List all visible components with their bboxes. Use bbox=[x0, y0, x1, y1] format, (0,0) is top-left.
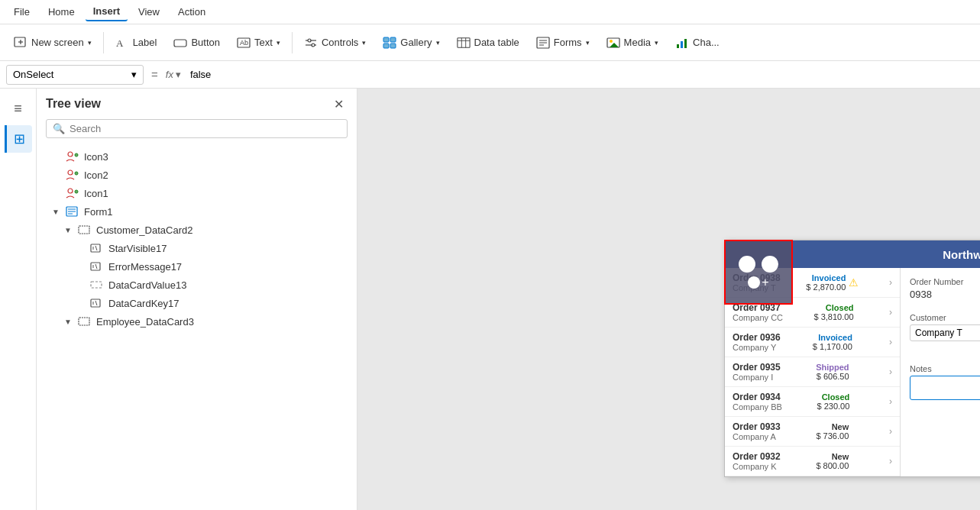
svg-rect-45 bbox=[79, 226, 89, 234]
media-button[interactable]: Media ▾ bbox=[599, 33, 666, 53]
order-row-0935[interactable]: Order 0935 Company I Shipped $ 606.50 › bbox=[725, 357, 900, 387]
data-table-icon bbox=[457, 36, 471, 50]
customer-select[interactable]: Company T ▾ bbox=[910, 324, 980, 341]
tree-item-icon1[interactable]: Icon1 bbox=[37, 184, 357, 202]
em17-label: ErrorMessage17 bbox=[108, 261, 182, 273]
new-screen-button[interactable]: New screen ▾ bbox=[6, 33, 99, 53]
svg-point-10 bbox=[312, 44, 315, 47]
panel-close-btn[interactable]: ✕ bbox=[329, 95, 348, 113]
text-icon: Ab bbox=[237, 36, 251, 50]
label-label: Label bbox=[133, 37, 157, 48]
text-chevron: ▾ bbox=[277, 39, 280, 47]
formula-select[interactable]: OnSelect ▾ bbox=[6, 65, 144, 85]
svg-rect-4 bbox=[174, 40, 186, 47]
order-0937-amount: $ 3,810.00 bbox=[814, 312, 854, 321]
tree-item-form1[interactable]: ▼ Form1 bbox=[37, 202, 357, 221]
formula-eq: = bbox=[151, 68, 158, 81]
icon2-label: Icon2 bbox=[84, 169, 108, 181]
sv17-icon bbox=[90, 242, 105, 254]
customer-value: Company T bbox=[915, 328, 962, 338]
order-0935-chevron: › bbox=[889, 366, 892, 377]
svg-rect-53 bbox=[91, 299, 100, 307]
sidebar-layers-btn[interactable]: ⊞ bbox=[5, 125, 32, 153]
order-0934-num: Order 0934 bbox=[733, 392, 782, 402]
text-button[interactable]: Ab Text ▾ bbox=[229, 33, 288, 53]
tree-item-starvisible17[interactable]: StarVisible17 bbox=[37, 239, 357, 257]
employee-dc3-icon bbox=[78, 315, 93, 328]
icon2-badge bbox=[66, 169, 81, 181]
employee-dc3-label: Employee_DataCard3 bbox=[96, 316, 194, 328]
svg-point-33 bbox=[68, 170, 73, 175]
data-table-button[interactable]: Data table bbox=[449, 33, 527, 53]
menu-action[interactable]: Action bbox=[170, 3, 213, 21]
media-icon bbox=[606, 36, 620, 50]
order-0934-status: Closed bbox=[817, 392, 849, 402]
tree-item-icon2[interactable]: Icon2 bbox=[37, 166, 357, 184]
tree-item-employee-dc3[interactable]: ▼ Employee_DataCard3 bbox=[37, 312, 357, 331]
chart-button[interactable]: Cha... bbox=[668, 33, 727, 53]
icon-add-row: + bbox=[748, 276, 768, 289]
toolbar: New screen ▾ A Label Button Ab Text ▾ Co… bbox=[0, 24, 980, 61]
search-box: 🔍 bbox=[46, 119, 348, 138]
order-0933-amount: $ 736.00 bbox=[816, 431, 849, 441]
tree-view: Icon3 Icon2 Icon1 ▼ bbox=[37, 144, 357, 510]
forms-button[interactable]: Forms ▾ bbox=[529, 33, 597, 53]
order-0938-chevron: › bbox=[889, 277, 892, 288]
button-button[interactable]: Button bbox=[166, 33, 228, 53]
order-0933-status: New bbox=[816, 422, 849, 431]
notes-label: Notes bbox=[910, 364, 980, 373]
gallery-label: Gallery bbox=[400, 37, 432, 48]
controls-button[interactable]: Controls ▾ bbox=[296, 33, 374, 53]
notes-input[interactable] bbox=[910, 376, 980, 400]
order-0936-chevron: › bbox=[889, 337, 892, 347]
order-0934-chevron: › bbox=[889, 396, 892, 407]
formula-fx-label: fx bbox=[166, 69, 173, 80]
panel-header: Tree view ✕ bbox=[37, 89, 357, 119]
label-button[interactable]: A Label bbox=[108, 33, 165, 53]
order-row-0933[interactable]: Order 0933 Company A New $ 736.00 › bbox=[725, 417, 900, 447]
order-0933-num: Order 0933 bbox=[733, 421, 781, 432]
menu-insert[interactable]: Insert bbox=[86, 2, 128, 21]
hamburger-icon: ≡ bbox=[14, 101, 22, 117]
label-icon: A bbox=[115, 36, 129, 50]
tree-item-dck17[interactable]: DataCardKey17 bbox=[37, 294, 357, 312]
order-row-0934[interactable]: Order 0934 Company BB Closed $ 230.00 › bbox=[725, 387, 900, 417]
form-row-1: Order Number 0938 Order Status Invoiced … bbox=[910, 277, 980, 305]
formula-input[interactable] bbox=[186, 65, 974, 85]
dcv13-icon bbox=[90, 279, 105, 291]
tree-item-dcv13[interactable]: DataCardValue13 bbox=[37, 276, 357, 294]
svg-rect-56 bbox=[79, 318, 89, 325]
order-row-0932[interactable]: Order 0932 Company K New $ 800.00 › bbox=[725, 447, 900, 476]
order-0932-amount: $ 800.00 bbox=[816, 461, 849, 470]
tree-item-customer-dc2[interactable]: ▼ Customer_DataCard2 bbox=[37, 221, 357, 239]
svg-point-8 bbox=[308, 39, 311, 42]
menu-file[interactable]: File bbox=[6, 3, 37, 21]
gallery-button[interactable]: Gallery ▾ bbox=[375, 33, 447, 53]
svg-line-48 bbox=[95, 246, 97, 250]
search-input[interactable] bbox=[70, 123, 341, 134]
menu-view[interactable]: View bbox=[131, 3, 167, 21]
forms-icon bbox=[536, 36, 550, 50]
order-0932-chevron: › bbox=[889, 456, 892, 466]
sidebar-menu-btn[interactable]: ≡ bbox=[5, 95, 32, 122]
selected-icon-overlay[interactable]: + bbox=[724, 240, 793, 305]
svg-point-29 bbox=[68, 152, 73, 157]
menu-home[interactable]: Home bbox=[40, 3, 82, 21]
form1-label: Form1 bbox=[84, 206, 113, 218]
svg-text:A: A bbox=[116, 37, 124, 49]
person-circle-1 bbox=[739, 256, 755, 273]
order-0937-right: Closed $ 3,810.00 bbox=[814, 303, 854, 321]
tree-item-icon3[interactable]: Icon3 bbox=[37, 147, 357, 166]
formula-fx-chevron: ▾ bbox=[176, 69, 181, 80]
chart-label: Cha... bbox=[693, 37, 720, 48]
tree-item-errormsg17[interactable]: ErrorMessage17 bbox=[37, 257, 357, 276]
svg-rect-15 bbox=[457, 37, 469, 47]
icon-group: + bbox=[739, 256, 778, 289]
order-0934-company: Company BB bbox=[733, 402, 782, 412]
gallery-icon bbox=[383, 36, 396, 50]
order-row-0936[interactable]: Order 0936 Company Y Invoiced $ 1,170.00… bbox=[725, 328, 900, 357]
order-0938-status: Invoiced bbox=[806, 273, 846, 282]
text-label: Text bbox=[254, 37, 273, 48]
formula-select-value: OnSelect bbox=[13, 69, 53, 80]
order-0938-right: Invoiced $ 2,870.00 ⚠ bbox=[806, 273, 859, 292]
